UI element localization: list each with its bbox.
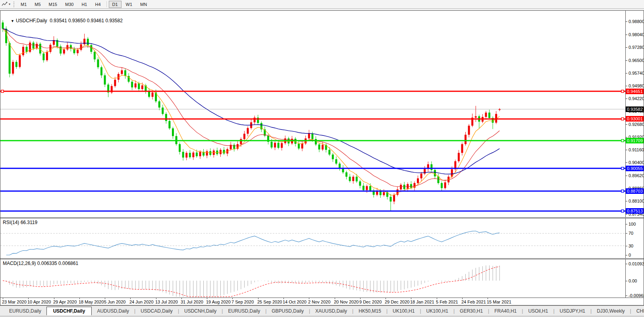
candle-body xyxy=(29,43,31,52)
rsi-label: RSI(14) 66.3119 xyxy=(3,220,37,225)
time-tick-label: 13 Jul 2020 xyxy=(155,300,178,304)
candle-body xyxy=(352,177,354,181)
line-handle[interactable] xyxy=(621,167,624,170)
timeframe-button-m30[interactable]: M30 xyxy=(62,1,77,8)
timeframe-button-h4[interactable]: H4 xyxy=(91,1,104,8)
symbol-tab-uk100-h1[interactable]: UK100,H1 xyxy=(388,307,420,315)
time-tick-label: 29 Apr 2020 xyxy=(53,300,77,304)
candle-body xyxy=(104,75,106,85)
rsi-tick-label: 70 xyxy=(629,231,633,236)
candle-body xyxy=(165,114,167,121)
ohlc-values: 0.93541 0.93650 0.93461 0.93582 xyxy=(50,18,123,23)
symbol-tab-china300-h1[interactable]: CHINA300,H1 xyxy=(631,307,644,315)
symbol-tab-usdcnh-daily[interactable]: USDCNH,Daily xyxy=(179,307,222,315)
candle-body xyxy=(158,101,160,108)
symbol-tab-uk100-h1[interactable]: UK100,H1 xyxy=(421,307,453,315)
rsi-panel[interactable]: RSI(14) 66.3119 10070300 xyxy=(0,218,644,258)
rsi-canvas[interactable] xyxy=(0,218,625,258)
time-tick-label: 5 Feb 2021 xyxy=(436,300,458,304)
symbol-tab-dj30-weekly[interactable]: DJ30,Weekly xyxy=(592,307,630,315)
time-tick-label: 9 Dec 2020 xyxy=(359,300,382,304)
top-toolbar: ▾ M1M5M15M30H1H4D1W1MN xyxy=(0,0,644,9)
symbol-tab-xauusd-daily[interactable]: XAUUSD,Daily xyxy=(310,307,352,315)
symbol-tab-usdchf-daily[interactable]: USDCHF,Daily xyxy=(46,307,92,315)
time-tick-label: 19 Aug 2020 xyxy=(206,300,231,304)
candle-body xyxy=(148,91,150,97)
line-handle[interactable] xyxy=(621,90,624,93)
time-tick-mark xyxy=(488,298,488,299)
line-handle[interactable] xyxy=(621,139,624,142)
symbol-tab-audusd-daily[interactable]: AUDUSD,Daily xyxy=(92,307,134,315)
candle-body xyxy=(182,152,184,157)
candle-body xyxy=(39,44,41,54)
candle-body xyxy=(311,133,313,139)
time-tick-mark xyxy=(232,298,233,299)
line-handle[interactable] xyxy=(1,90,4,93)
symbol-tab-ger30-h1[interactable]: GER30,H1 xyxy=(455,307,488,315)
candle-body xyxy=(22,47,24,55)
macd-tick-mark xyxy=(626,281,627,281)
price-tick-label: 0.96500 xyxy=(629,58,644,63)
chart-tool-icon[interactable] xyxy=(2,2,8,7)
price-tick-mark xyxy=(626,86,627,86)
price-axis[interactable]: 0.988000.980400.972800.965000.957400.949… xyxy=(625,11,644,217)
macd-panel[interactable]: MACD(12,26,9) 0.006335 0.006861 0.010933… xyxy=(0,259,644,298)
candle-body xyxy=(12,62,14,74)
candle-body xyxy=(308,133,310,139)
price-tick-label: 0.98800 xyxy=(629,19,644,24)
macd-tick-label: 0.010933 xyxy=(629,261,644,266)
timeframe-button-mn[interactable]: MN xyxy=(137,1,150,8)
line-price-label: 0.88703 xyxy=(626,188,644,194)
timeframe-button-m5[interactable]: M5 xyxy=(31,1,44,8)
price-tick-mark xyxy=(626,201,627,201)
candle-body xyxy=(339,164,341,168)
line-handle[interactable] xyxy=(621,190,624,192)
symbol-tab-eurusd-daily[interactable]: EURUSD,Daily xyxy=(223,307,265,315)
candle-body xyxy=(243,134,245,139)
candle-body xyxy=(271,142,273,147)
chevron-down-icon[interactable]: ▾ xyxy=(9,2,10,6)
rsi-line xyxy=(6,231,500,255)
candle-body xyxy=(383,192,385,195)
rsi-tick-mark xyxy=(626,233,627,234)
candle-body xyxy=(114,80,116,86)
price-tick-label: 0.98040 xyxy=(629,32,644,37)
candle-body xyxy=(332,155,334,159)
macd-axis[interactable]: 0.0109330.00-0.009653 xyxy=(625,259,644,298)
candle-body xyxy=(441,183,443,188)
candle-body xyxy=(42,54,44,60)
symbol-tab-usdjpy-h1[interactable]: USDJPY,H1 xyxy=(555,307,590,315)
symbol-tab-gbpusd-daily[interactable]: GBPUSD,Daily xyxy=(266,307,309,315)
candle-body xyxy=(233,145,235,149)
symbol-tab-eurusd-daily[interactable]: EURUSD,Daily xyxy=(4,307,46,315)
timeframe-button-m15[interactable]: M15 xyxy=(45,1,61,8)
toolbar-grip[interactable] xyxy=(13,2,14,7)
main-price-panel[interactable]: ▼USDCHF,Daily 0.93541 0.93650 0.93461 0.… xyxy=(0,11,644,217)
price-tick-label: 0.91160 xyxy=(629,147,644,152)
candle-body xyxy=(152,93,154,97)
symbol-tab-fra40-h1[interactable]: FRA40,H1 xyxy=(489,307,522,315)
timeframe-button-w1[interactable]: W1 xyxy=(122,1,136,8)
collapse-icon[interactable]: ▼ xyxy=(11,19,14,23)
timeframe-button-h1[interactable]: H1 xyxy=(78,1,91,8)
time-axis[interactable]: 23 Mar 202010 Apr 202029 Apr 202018 May … xyxy=(0,298,644,305)
candle-body xyxy=(141,85,143,89)
symbol-tab-usoil-h1[interactable]: USOil,H1 xyxy=(523,307,553,315)
line-handle[interactable] xyxy=(621,210,624,212)
line-handle[interactable] xyxy=(621,118,624,120)
candle-body xyxy=(185,153,187,158)
price-tick-mark xyxy=(626,99,627,99)
rsi-axis[interactable]: 10070300 xyxy=(625,218,644,258)
candle-body xyxy=(223,150,225,153)
macd-canvas[interactable] xyxy=(0,259,625,298)
timeframe-button-m1[interactable]: M1 xyxy=(17,1,30,8)
price-tick-mark xyxy=(626,35,627,35)
symbol-tab-hk50-m15[interactable]: HK50,M15 xyxy=(353,307,386,315)
candle-body xyxy=(15,62,17,67)
candle-body xyxy=(345,172,347,177)
price-chart-canvas[interactable] xyxy=(0,11,625,217)
timeframe-button-d1[interactable]: D1 xyxy=(109,1,121,8)
symbol-tab-usdcad-daily[interactable]: USDCAD,Daily xyxy=(135,307,178,315)
price-tick-mark xyxy=(626,150,627,150)
price-tick-mark xyxy=(626,214,627,215)
